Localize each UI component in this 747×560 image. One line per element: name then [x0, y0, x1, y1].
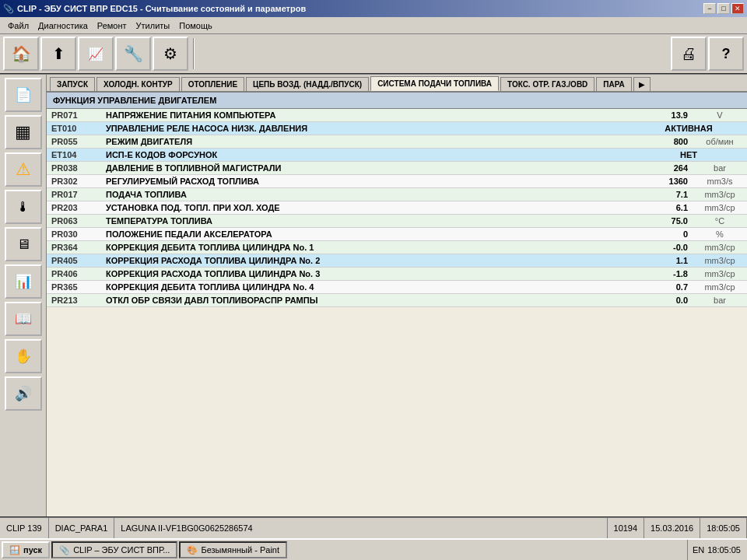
minimize-button[interactable]: − — [703, 3, 716, 14]
table-row: PR017ПОДАЧА ТОПЛИВА7.1mm3/cp — [47, 188, 747, 201]
params-table: PR071НАПРЯЖЕНИЕ ПИТАНИЯ КОМПЬЮТЕРА13.9VE… — [47, 109, 747, 307]
sidebar-book-button[interactable]: 📖 — [5, 302, 42, 336]
windows-icon: 🪟 — [9, 545, 20, 555]
upload-button[interactable]: ⬆ — [40, 37, 76, 71]
row-code: PR055 — [47, 135, 101, 149]
sidebar-warning-button[interactable]: ⚠ — [5, 152, 42, 187]
row-value: -0.0 — [630, 241, 693, 254]
row-value: 0.7 — [630, 281, 693, 294]
row-code: ET104 — [47, 149, 101, 162]
row-code: PR364 — [47, 241, 101, 254]
row-value: 1.1 — [630, 254, 693, 268]
start-label: пуск — [23, 545, 42, 555]
toolbar-right: 🖨 ? — [671, 37, 744, 71]
row-unit: °C — [693, 215, 747, 228]
tab-fuel-supply[interactable]: СИСТЕМА ПОДАЧИ ТОПЛИВА — [370, 76, 499, 91]
help-button[interactable]: ? — [708, 37, 744, 71]
table-row: PR365КОРРЕКЦИЯ ДЕБИТА ТОПЛИВА ЦИЛИНДРА N… — [47, 281, 747, 294]
status-clip: CLIP 139 — [0, 518, 49, 538]
app-icon: 📎 — [3, 4, 14, 14]
title-area: 📎 CLIP - ЭБУ СИСТ ВПР EDC15 - Считывание… — [3, 4, 306, 14]
sidebar-hand-button[interactable]: ✋ — [5, 339, 42, 373]
row-value: 264 — [630, 162, 693, 175]
window-controls: − □ ✕ — [703, 3, 744, 14]
row-value: -1.8 — [630, 268, 693, 281]
tab-cold-circuit[interactable]: ХОЛОДН. КОНТУР — [96, 77, 180, 91]
row-unit: mm3/cp — [693, 281, 747, 294]
menu-help[interactable]: Помощь — [174, 19, 217, 32]
window-title: CLIP - ЭБУ СИСТ ВПР EDC15 - Считывание с… — [17, 4, 306, 13]
row-value: 13.9 — [630, 109, 693, 122]
tab-emissions[interactable]: ТОКС. ОТР. ГАЗ./OBD — [500, 77, 594, 91]
home-button[interactable]: 🏠 — [3, 37, 39, 71]
table-row: PR071НАПРЯЖЕНИЕ ПИТАНИЯ КОМПЬЮТЕРА13.9V — [47, 109, 747, 122]
tab-params[interactable]: ПАРА — [596, 77, 631, 91]
tray-lang: EN — [693, 545, 704, 555]
tabs: ЗАПУСК ХОЛОДН. КОНТУР ОТОПЛЕНИЕ ЦЕПЬ ВОЗ… — [47, 75, 747, 93]
data-table: PR071НАПРЯЖЕНИЕ ПИТАНИЯ КОМПЬЮТЕРА13.9VE… — [47, 109, 747, 516]
row-desc: НАПРЯЖЕНИЕ ПИТАНИЯ КОМПЬЮТЕРА — [101, 109, 630, 122]
maximize-button[interactable]: □ — [717, 3, 730, 14]
close-button[interactable]: ✕ — [731, 3, 744, 14]
menu-file[interactable]: Файл — [3, 19, 33, 32]
clip-taskbar-label: CLIP – ЭБУ СИСТ ВПР... — [73, 545, 170, 555]
row-desc: КОРРЕКЦИЯ РАСХОДА ТОПЛИВА ЦИЛИНДРА No. 3 — [101, 268, 630, 281]
table-row: PR063ТЕМПЕРАТУРА ТОПЛИВА75.0°C — [47, 215, 747, 228]
section-header: ФУНКЦИЯ УПРАВЛЕНИЕ ДВИГАТЕЛЕМ — [47, 93, 747, 109]
toolbar: 🏠 ⬆ 📈 🔧 ⚙ 🖨 ? — [0, 34, 747, 75]
sidebar-doc-button[interactable]: 📄 — [5, 78, 42, 112]
row-unit: V — [693, 109, 747, 122]
clip-taskbar-item[interactable]: 📎 CLIP – ЭБУ СИСТ ВПР... — [51, 541, 177, 558]
tab-launch[interactable]: ЗАПУСК — [50, 77, 95, 91]
status-code: 10194 — [608, 518, 645, 538]
menu-repair[interactable]: Ремонт — [93, 19, 132, 32]
sidebar-speaker-button[interactable]: 🔊 — [5, 376, 42, 411]
row-unit: bar — [693, 162, 747, 175]
row-value: НЕТ — [630, 149, 747, 162]
row-value: 1360 — [630, 175, 693, 188]
sidebar-display-button[interactable]: 🖥 — [5, 227, 42, 261]
taskbar-tray: EN 18:05:05 — [687, 540, 745, 560]
tab-air-circuit[interactable]: ЦЕПЬ ВОЗД. (НАДД./ВПУСК) — [246, 77, 369, 91]
tab-more-button[interactable]: ▶ — [633, 77, 651, 91]
toolbar-separator — [193, 38, 195, 69]
chart-button[interactable]: 📈 — [78, 37, 114, 71]
row-desc: КОРРЕКЦИЯ ДЕБИТА ТОПЛИВА ЦИЛИНДРА No. 4 — [101, 281, 630, 294]
start-button[interactable]: 🪟 пуск — [2, 541, 50, 558]
tools-button[interactable]: ⚙ — [153, 37, 188, 71]
row-value: АКТИВНАЯ — [630, 122, 747, 135]
row-value: 0.0 — [630, 294, 693, 307]
row-value: 7.1 — [630, 188, 693, 201]
sidebar-graph-button[interactable]: 📊 — [5, 264, 42, 299]
row-code: PR038 — [47, 162, 101, 175]
row-code: ET010 — [47, 122, 101, 135]
row-value: 75.0 — [630, 215, 693, 228]
print-button[interactable]: 🖨 — [671, 37, 707, 71]
table-row: PR405КОРРЕКЦИЯ РАСХОДА ТОПЛИВА ЦИЛИНДРА … — [47, 254, 747, 268]
row-desc: УПРАВЛЕНИЕ РЕЛЕ НАСОСА НИЗК. ДАВЛЕНИЯ — [101, 122, 630, 135]
table-row: PR406КОРРЕКЦИЯ РАСХОДА ТОПЛИВА ЦИЛИНДРА … — [47, 268, 747, 281]
table-row: ET010УПРАВЛЕНИЕ РЕЛЕ НАСОСА НИЗК. ДАВЛЕН… — [47, 122, 747, 135]
table-row: ET104ИСП-Е КОДОВ ФОРСУНОКНЕТ — [47, 149, 747, 162]
content-area: ЗАПУСК ХОЛОДН. КОНТУР ОТОПЛЕНИЕ ЦЕПЬ ВОЗ… — [47, 75, 747, 516]
paint-taskbar-item[interactable]: 🎨 Безымянный - Paint — [179, 541, 287, 558]
row-desc: КОРРЕКЦИЯ ДЕБИТА ТОПЛИВА ЦИЛИНДРА No. 1 — [101, 241, 630, 254]
row-unit: bar — [693, 294, 747, 307]
table-row: PR302РЕГУЛИРУЕМЫЙ РАСХОД ТОПЛИВА1360mm3/… — [47, 175, 747, 188]
sidebar-barcode-button[interactable]: ▦ — [5, 115, 42, 149]
wrench-button[interactable]: 🔧 — [115, 37, 151, 71]
sidebar-thermo-button[interactable]: 🌡 — [5, 190, 42, 224]
row-desc: РЕГУЛИРУЕМЫЙ РАСХОД ТОПЛИВА — [101, 175, 630, 188]
row-unit: mm3/cp — [693, 268, 747, 281]
table-row: PR213ОТКЛ ОБР СВЯЗИ ДАВЛ ТОПЛИВОРАСПР РА… — [47, 294, 747, 307]
row-code: PR030 — [47, 228, 101, 241]
row-value: 0 — [630, 228, 693, 241]
table-row: PR055РЕЖИМ ДВИГАТЕЛЯ800об/мин — [47, 135, 747, 149]
statusbar: CLIP 139 DIAC_PARA1 LAGUNA II-VF1BG0G062… — [0, 516, 747, 538]
menu-utilities[interactable]: Утилиты — [132, 19, 175, 32]
row-code: PR203 — [47, 201, 101, 215]
row-unit: mm3/cp — [693, 254, 747, 268]
row-code: PR063 — [47, 215, 101, 228]
menu-diagnostics[interactable]: Диагностика — [33, 19, 93, 32]
tab-heating[interactable]: ОТОПЛЕНИЕ — [181, 77, 244, 91]
